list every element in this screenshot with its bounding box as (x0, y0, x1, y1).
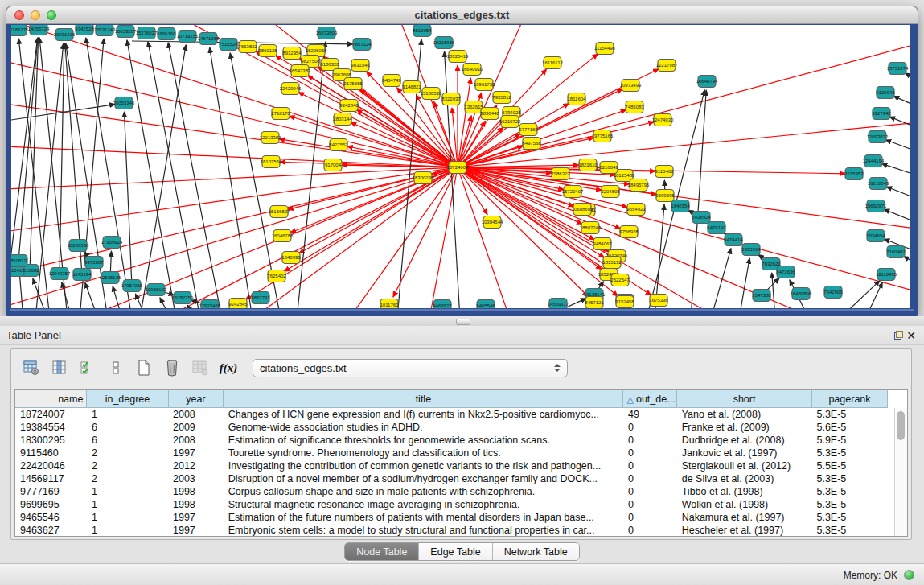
table-row[interactable]: 946554611997Estimation of the future num… (15, 511, 888, 524)
graph-node[interactable]: 6966160 (157, 28, 176, 40)
column-header-name[interactable]: name (15, 390, 87, 408)
function-builder-button[interactable]: f(x) (220, 359, 237, 377)
graph-node[interactable]: 2718170 (271, 108, 290, 120)
table-mode-button[interactable] (23, 359, 40, 377)
graph-node[interactable]: 9777169 (519, 124, 538, 136)
graph-node[interactable]: 1640998 (281, 252, 301, 264)
graph-node[interactable]: 12093872 (867, 131, 889, 143)
graph-node[interactable]: 15276027 (136, 27, 158, 39)
tab-node-table[interactable]: Node Table (345, 543, 419, 560)
graph-node[interactable]: 12110465 (876, 269, 897, 281)
graph-node[interactable]: 2522547 (610, 274, 630, 286)
table-chooser-select[interactable]: citations_edges.txt (253, 359, 568, 377)
graph-node[interactable]: 9975887 (84, 257, 104, 269)
graph-node[interactable]: 12923468 (199, 300, 221, 309)
graph-node[interactable]: 15166827 (269, 206, 290, 218)
graph-node[interactable]: 2204808 (601, 186, 620, 198)
graph-node[interactable]: 7663822 (238, 41, 257, 53)
graph-node[interactable]: 12042757 (49, 268, 71, 280)
row-height-button[interactable] (107, 359, 125, 377)
minimize-window-button[interactable] (31, 10, 40, 20)
graph-node[interactable]: 12213382 (260, 132, 281, 144)
graph-node[interactable]: 16033809 (316, 27, 338, 39)
graph-node[interactable]: 5938924 (692, 212, 711, 224)
close-window-button[interactable] (14, 10, 24, 20)
graph-node[interactable]: 11154498 (594, 43, 615, 55)
table-row[interactable]: 2242004622012Investigating the contribut… (15, 459, 888, 472)
graph-node[interactable]: 16640910 (462, 64, 483, 76)
graph-node[interactable]: 9474414 (724, 234, 743, 246)
graph-node[interactable]: 3215953 (844, 168, 864, 180)
graph-node[interactable]: 17359924 (101, 237, 123, 249)
graph-node[interactable]: 7986322 (551, 168, 570, 180)
graph-node[interactable]: 16961758 (474, 79, 495, 91)
graph-node[interactable]: 16210722 (499, 116, 521, 128)
graph-node[interactable]: 1145194 (73, 269, 92, 281)
graph-node[interactable]: 19775166 (592, 130, 614, 142)
graph-node[interactable]: 9463627 (433, 300, 452, 309)
graph-node[interactable]: 16210643 (868, 178, 889, 190)
tab-edge-table[interactable]: Edge Table (419, 543, 492, 560)
graph-node[interactable]: 10384544 (482, 216, 503, 229)
graph-node[interactable]: 14671368 (198, 33, 220, 45)
graph-node[interactable]: 8912954 (282, 47, 302, 60)
graph-node[interactable]: 8471636 (776, 266, 795, 278)
graph-node[interactable]: 20531343 (94, 25, 116, 36)
graph-node[interactable]: 18724007 (447, 162, 469, 174)
graph-node[interactable]: 9342528 (75, 25, 94, 35)
graph-node[interactable]: 1034654 (866, 230, 885, 242)
graph-node[interactable]: 9146821 (402, 81, 421, 93)
graph-node[interactable]: 10653287 (115, 26, 137, 38)
graph-node[interactable]: 19218986 (433, 37, 455, 49)
column-header-title[interactable]: title (224, 390, 623, 408)
graph-node[interactable]: 850813 (11, 255, 27, 267)
graph-node[interactable]: 22420046 (280, 83, 302, 95)
window-titlebar[interactable]: citations_edges.txt (6, 6, 918, 24)
graph-node[interactable]: 9857791 (251, 292, 270, 304)
delete-table-button[interactable] (163, 359, 181, 377)
graph-node[interactable]: 1815132 (602, 257, 622, 269)
graph-node[interactable]: 7515526 (219, 39, 238, 51)
graph-node[interactable]: 15188520 (421, 88, 442, 100)
graph-node[interactable]: 1675336 (649, 295, 668, 307)
graph-node[interactable]: 1011760 (380, 299, 400, 309)
graph-node[interactable]: 15692971 (865, 200, 887, 212)
graph-node[interactable]: 9465546 (476, 300, 495, 309)
graph-node[interactable]: 9227342 (872, 108, 891, 120)
memory-ok-icon[interactable] (904, 570, 914, 580)
column-visibility-button[interactable] (51, 359, 68, 377)
table-row[interactable]: 946362711997Embryonic stem cells: a mode… (15, 524, 888, 537)
graph-node[interactable]: 10973493 (620, 80, 642, 92)
graph-node[interactable]: 7955812 (492, 92, 511, 104)
graph-node[interactable]: 9242848 (339, 100, 359, 112)
close-panel-button[interactable]: ✕ (906, 330, 916, 341)
graph-node[interactable]: 1821610 (578, 159, 598, 171)
graph-node[interactable]: 8322037 (441, 93, 461, 105)
graph-node[interactable]: 10719155 (177, 31, 199, 43)
graph-node[interactable]: 2935514 (741, 244, 761, 256)
column-header-pagerank[interactable]: pagerank (811, 390, 887, 408)
graph-node[interactable]: 8457121 (585, 297, 604, 309)
graph-node[interactable]: 12505135 (100, 272, 121, 284)
tab-network-table[interactable]: Network Table (493, 543, 579, 560)
graph-node[interactable]: 9890448 (480, 108, 499, 120)
graph-node[interactable]: 16489898 (791, 288, 812, 300)
graph-node[interactable]: 6479197 (707, 222, 726, 234)
graph-node[interactable]: 7857224 (352, 39, 372, 51)
graph-node[interactable]: 9175685 (343, 78, 363, 90)
table-row[interactable]: 977716911998Corpus callosum shape and si… (15, 485, 888, 498)
graph-node[interactable]: 9831546 (351, 60, 370, 72)
graph-node[interactable]: 9152458 (615, 296, 634, 308)
table-scrollbar-thumb[interactable] (897, 411, 905, 440)
graph-node[interactable]: 17957255 (121, 280, 143, 292)
graph-node[interactable]: 12217987 (656, 60, 678, 72)
new-table-button[interactable] (135, 359, 153, 377)
column-header-in-degree[interactable]: in_degree (87, 390, 168, 408)
column-header-out-de-[interactable]: △out_de... (623, 390, 677, 408)
graph-node[interactable]: 10688609 (572, 204, 593, 216)
graph-node[interactable]: 9756928 (619, 226, 639, 238)
graph-node[interactable]: 12474930 (652, 114, 674, 126)
table-row[interactable]: 1830029562008Estimation of significance … (15, 434, 888, 447)
graph-node[interactable]: 16648794 (696, 76, 718, 88)
graph-node[interactable]: 16782759 (172, 292, 194, 304)
